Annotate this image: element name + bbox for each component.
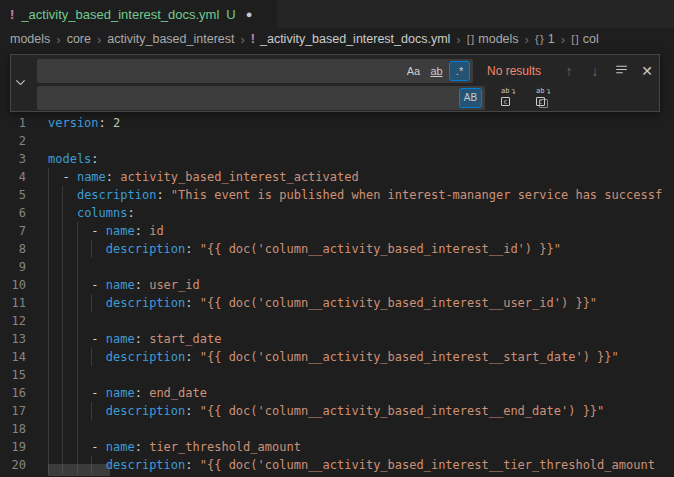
close-find-button[interactable]: ✕	[637, 61, 657, 81]
code-line[interactable]: 18	[0, 420, 674, 438]
line-number: 10	[0, 276, 26, 294]
indent-guide	[77, 258, 78, 276]
find-replace-widget: \s{6}- name: (.*)\n description: "" Aa a…	[10, 54, 660, 112]
code-text: description: "{{ doc('column__activity_b…	[48, 402, 604, 420]
close-icon: ✕	[641, 63, 653, 79]
line-number: 14	[0, 348, 26, 366]
find-input[interactable]: \s{6}- name: (.*)\n description: "" Aa a…	[37, 59, 473, 83]
indent-guide	[62, 258, 63, 276]
code-line[interactable]: 2	[0, 132, 674, 150]
line-number: 20	[0, 456, 26, 474]
breadcrumb-item-1[interactable]: { }1	[535, 32, 555, 46]
indent-guide	[77, 420, 78, 438]
selection-lines-icon	[615, 63, 628, 79]
code-line[interactable]: 9	[0, 258, 674, 276]
indent-guide	[62, 312, 63, 330]
breadcrumb-separator-icon: ›	[525, 32, 529, 47]
code-line[interactable]: 12	[0, 312, 674, 330]
find-results-status: No results	[487, 59, 541, 83]
code-text: - name: user_id	[48, 276, 200, 294]
code-text: models:	[48, 150, 99, 168]
chevron-down-icon	[15, 74, 26, 92]
code-text: - name: id	[48, 222, 164, 240]
previous-match-button[interactable]: ↑	[559, 61, 579, 81]
code-text: version: 2	[48, 114, 120, 132]
line-number: 13	[0, 330, 26, 348]
code-line[interactable]: 7 - name: id	[0, 222, 674, 240]
indent-guide	[77, 312, 78, 330]
line-number: 9	[0, 258, 26, 276]
arrow-up-icon: ↑	[566, 63, 573, 79]
find-in-selection-button[interactable]	[611, 61, 631, 81]
code-line[interactable]: 10 - name: user_id	[0, 276, 674, 294]
breadcrumb-item-col[interactable]: [ ]col	[571, 32, 599, 46]
code-text: description: "{{ doc('column__activity_b…	[48, 456, 655, 474]
unsaved-dot-icon[interactable]: ●	[246, 8, 253, 20]
find-options: Aa ab .*	[403, 61, 470, 81]
breadcrumb-item-activity_based_interest[interactable]: activity_based_interest	[107, 32, 234, 46]
code-text: description: "{{ doc('column__activity_b…	[48, 348, 619, 366]
breadcrumb-separator-icon: ›	[97, 32, 101, 47]
line-number: 3	[0, 150, 26, 168]
breadcrumb-label: models	[10, 32, 50, 46]
code-line[interactable]: 15	[0, 366, 674, 384]
code-line[interactable]: 3models:	[0, 150, 674, 168]
tab-filename: _activity_based_interest_docs.yml	[21, 7, 219, 22]
indent-guide	[48, 366, 49, 384]
line-number: 15	[0, 366, 26, 384]
code-line[interactable]: 6 columns:	[0, 204, 674, 222]
breadcrumb-label: activity_based_interest	[107, 32, 234, 46]
breadcrumb-item-_activity_based_interest_docs.yml[interactable]: !_activity_based_interest_docs.yml	[251, 32, 451, 46]
code-text: - name: start_date	[48, 330, 221, 348]
code-text: - name: activity_based_interest_activate…	[48, 168, 359, 186]
code-line[interactable]: 13 - name: start_date	[0, 330, 674, 348]
breadcrumb-label: col	[583, 32, 599, 46]
code-line[interactable]: 4 - name: activity_based_interest_activa…	[0, 168, 674, 186]
indent-guide	[48, 312, 49, 330]
arrow-down-icon: ↓	[592, 63, 599, 79]
breadcrumb: models›core›activity_based_interest›!_ac…	[0, 28, 674, 50]
code-line[interactable]: 11 description: "{{ doc('column__activit…	[0, 294, 674, 312]
code-line[interactable]: 19 - name: tier_threshold_amount	[0, 438, 674, 456]
breadcrumb-separator-icon: ›	[240, 32, 244, 47]
code-line[interactable]: 5 description: "This event is published …	[0, 186, 674, 204]
breadcrumb-separator-icon: ›	[456, 32, 460, 47]
tab-bar: ! _activity_based_interest_docs.yml U ●	[0, 0, 674, 28]
regex-toggle[interactable]: .*	[449, 61, 470, 81]
toggle-replace-button[interactable]	[11, 55, 30, 111]
breadcrumb-item-core[interactable]: core	[67, 32, 91, 46]
code-area[interactable]: 1version: 223models:4 - name: activity_b…	[0, 114, 674, 477]
code-line[interactable]: 17 description: "{{ doc('column__activit…	[0, 402, 674, 420]
line-number: 12	[0, 312, 26, 330]
replace-all-icon: ab ↴ c	[535, 90, 551, 106]
next-match-button[interactable]: ↓	[585, 61, 605, 81]
replace-input[interactable]: - name: $1\n description: "{{ doc('colum…	[37, 86, 485, 110]
whole-word-toggle[interactable]: ab	[426, 61, 447, 81]
code-text: description: "{{ doc('column__activity_b…	[48, 294, 597, 312]
horizontal-scrollbar-thumb[interactable]	[48, 464, 110, 476]
code-text: columns:	[48, 204, 135, 222]
indent-guide	[62, 420, 63, 438]
code-line[interactable]: 16 - name: end_date	[0, 384, 674, 402]
git-untracked-badge: U	[226, 7, 235, 22]
code-line[interactable]: 1version: 2	[0, 114, 674, 132]
yaml-warning-icon: !	[10, 7, 14, 22]
breadcrumb-item-models[interactable]: models	[10, 32, 50, 46]
editor-window: ! _activity_based_interest_docs.yml U ● …	[0, 0, 674, 477]
line-number: 1	[0, 114, 26, 132]
yaml-warning-icon: !	[251, 32, 255, 46]
breadcrumb-item-models[interactable]: [ ]models	[467, 32, 519, 46]
replace-button[interactable]: ab ↴ c	[498, 88, 518, 108]
indent-guide	[48, 258, 49, 276]
line-number: 2	[0, 132, 26, 150]
tab-active-file[interactable]: ! _activity_based_interest_docs.yml U ●	[0, 0, 277, 28]
code-line[interactable]: 8 description: "{{ doc('column__activity…	[0, 240, 674, 258]
code-text: - name: tier_threshold_amount	[48, 438, 301, 456]
match-case-toggle[interactable]: Aa	[403, 61, 424, 81]
indent-guide	[48, 420, 49, 438]
preserve-case-toggle[interactable]: AB	[459, 88, 482, 108]
replace-all-button[interactable]: ab ↴ c	[533, 88, 553, 108]
symbol-object-icon: { }	[535, 33, 543, 45]
symbol-array-icon: [ ]	[571, 33, 578, 45]
code-line[interactable]: 14 description: "{{ doc('column__activit…	[0, 348, 674, 366]
